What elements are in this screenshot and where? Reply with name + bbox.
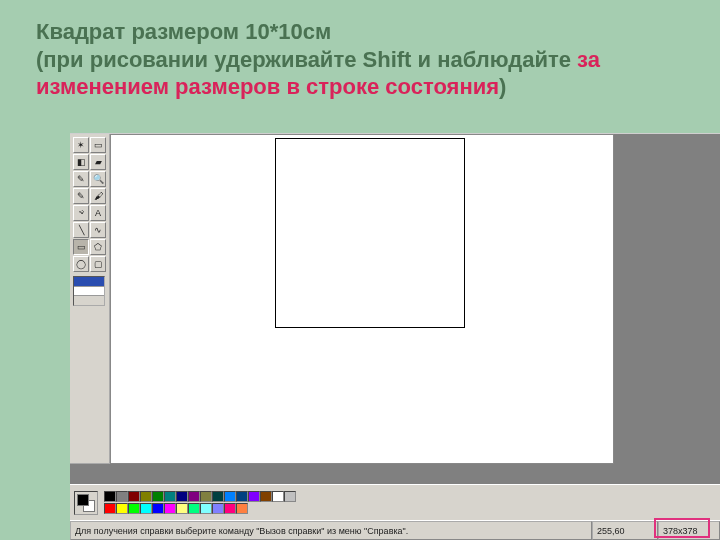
fill-option-filled[interactable]: [74, 287, 104, 297]
swatch[interactable]: [116, 503, 128, 514]
title-line2a: (при рисовании удерживайте Shift и наблю…: [36, 47, 577, 72]
drawn-square: [275, 138, 465, 328]
paint-window: ✶▭◧▰✎🔍✎🖌༄A╲∿▭⬠◯▢ Для получения справки в…: [70, 133, 720, 540]
swatch[interactable]: [104, 491, 116, 502]
colorbox: [70, 484, 720, 520]
tool-brush[interactable]: 🖌: [90, 188, 106, 204]
tool-ellipse[interactable]: ◯: [73, 256, 89, 272]
tool-text[interactable]: A: [90, 205, 106, 221]
slide-header: Квадрат размером 10*10см (при рисовании …: [0, 0, 720, 113]
tool-airbrush[interactable]: ༄: [73, 205, 89, 221]
tool-magnifier[interactable]: 🔍: [90, 171, 106, 187]
tool-line[interactable]: ╲: [73, 222, 89, 238]
tool-picker[interactable]: ✎: [73, 171, 89, 187]
title-line2c: ): [499, 74, 506, 99]
tool-grid: ✶▭◧▰✎🔍✎🖌༄A╲∿▭⬠◯▢: [73, 137, 106, 272]
swatch[interactable]: [200, 503, 212, 514]
status-hint: Для получения справки выберите команду "…: [70, 521, 592, 540]
swatch[interactable]: [152, 491, 164, 502]
swatch[interactable]: [188, 491, 200, 502]
swatch[interactable]: [176, 491, 188, 502]
swatch[interactable]: [212, 491, 224, 502]
current-colors[interactable]: [74, 491, 98, 515]
swatch[interactable]: [116, 491, 128, 502]
tool-free-select[interactable]: ✶: [73, 137, 89, 153]
tool-pencil[interactable]: ✎: [73, 188, 89, 204]
swatch[interactable]: [272, 491, 284, 502]
fill-option-outline[interactable]: [74, 277, 104, 287]
status-size: 378x378: [658, 521, 720, 540]
tool-eraser[interactable]: ◧: [73, 154, 89, 170]
tool-fill[interactable]: ▰: [90, 154, 106, 170]
fill-option-solid[interactable]: [74, 296, 104, 305]
status-coords: 255,60: [592, 521, 658, 540]
swatch[interactable]: [284, 491, 296, 502]
swatch[interactable]: [140, 503, 152, 514]
swatch[interactable]: [128, 491, 140, 502]
canvas-area[interactable]: [110, 134, 614, 464]
toolbox: ✶▭◧▰✎🔍✎🖌༄A╲∿▭⬠◯▢: [70, 134, 110, 464]
tool-polygon[interactable]: ⬠: [90, 239, 106, 255]
swatch[interactable]: [260, 491, 272, 502]
swatch[interactable]: [212, 503, 224, 514]
swatch[interactable]: [176, 503, 188, 514]
swatch[interactable]: [128, 503, 140, 514]
swatch[interactable]: [164, 503, 176, 514]
palette: [104, 491, 304, 515]
tool-rect-select[interactable]: ▭: [90, 137, 106, 153]
swatch[interactable]: [152, 503, 164, 514]
fg-color-indicator: [77, 494, 89, 506]
swatch[interactable]: [224, 491, 236, 502]
title-line1: Квадрат размером 10*10см: [36, 19, 331, 44]
tool-curve[interactable]: ∿: [90, 222, 106, 238]
status-bar: Для получения справки выберите команду "…: [70, 520, 720, 540]
swatch[interactable]: [236, 503, 248, 514]
swatch[interactable]: [200, 491, 212, 502]
tool-options: [73, 276, 105, 306]
swatch[interactable]: [164, 491, 176, 502]
swatch[interactable]: [188, 503, 200, 514]
tool-rectangle[interactable]: ▭: [73, 239, 89, 255]
tool-rounded-rect[interactable]: ▢: [90, 256, 106, 272]
swatch[interactable]: [140, 491, 152, 502]
swatch[interactable]: [104, 503, 116, 514]
slide-title: Квадрат размером 10*10см (при рисовании …: [36, 18, 684, 101]
swatch[interactable]: [248, 491, 260, 502]
swatch[interactable]: [224, 503, 236, 514]
swatch[interactable]: [236, 491, 248, 502]
